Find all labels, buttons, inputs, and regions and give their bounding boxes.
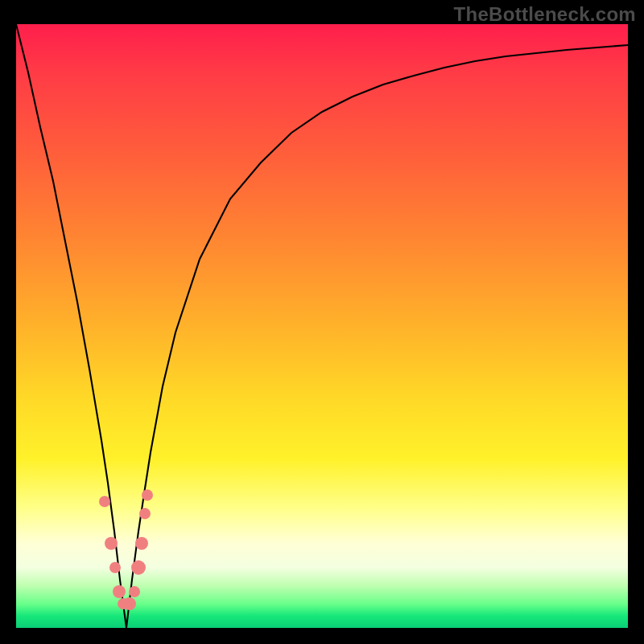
svg-point-2 — [109, 562, 121, 573]
svg-point-6 — [129, 586, 140, 597]
plot-area — [16, 24, 628, 628]
bottleneck-curve — [16, 24, 628, 628]
svg-point-9 — [139, 508, 151, 519]
svg-point-5 — [123, 597, 136, 610]
svg-point-1 — [105, 537, 118, 550]
svg-point-3 — [113, 585, 126, 598]
watermark-text: TheBottleneck.com — [454, 3, 636, 26]
svg-point-10 — [142, 489, 153, 501]
svg-point-0 — [99, 496, 110, 507]
svg-point-7 — [131, 560, 146, 575]
marker-dots — [99, 489, 153, 610]
curve-layer — [16, 24, 628, 628]
chart-frame: TheBottleneck.com — [0, 0, 644, 644]
svg-point-8 — [135, 537, 148, 550]
